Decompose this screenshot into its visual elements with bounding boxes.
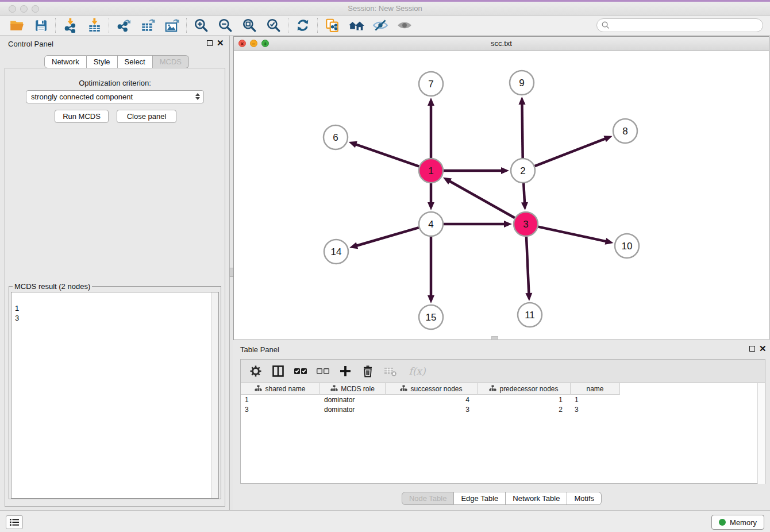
tab-select[interactable]: Select bbox=[118, 55, 153, 68]
export-table-icon[interactable] bbox=[136, 16, 160, 34]
cell-successor-nodes[interactable]: 4 bbox=[386, 395, 478, 405]
cell-predecessor-nodes[interactable]: 1 bbox=[478, 395, 571, 405]
chevron-up-down-icon bbox=[195, 93, 200, 100]
graph-node-label: 6 bbox=[333, 132, 338, 143]
table-scrollbar[interactable] bbox=[757, 383, 765, 484]
table-tabs: Node Table Edge Table Network Table Moti… bbox=[233, 492, 770, 505]
graph-node-label: 8 bbox=[622, 126, 627, 137]
graph-node-label: 1 bbox=[428, 165, 433, 176]
graph-edge-1-6[interactable] bbox=[355, 144, 419, 167]
graph-edge-3-11[interactable] bbox=[526, 237, 529, 295]
tree-icon bbox=[330, 385, 338, 393]
mcds-panel: Optimization criterion: strongly connect… bbox=[5, 68, 225, 507]
search-icon bbox=[602, 21, 610, 32]
tree-icon bbox=[255, 385, 262, 393]
zoom-out-icon[interactable] bbox=[213, 16, 237, 34]
graph-edge-arrowhead bbox=[428, 295, 434, 303]
graph-edge-arrowhead bbox=[428, 202, 434, 210]
network-view-title: scc.txt bbox=[234, 39, 769, 48]
import-network-icon[interactable] bbox=[58, 16, 82, 34]
column-header-shared-name[interactable]: shared name bbox=[241, 383, 320, 395]
mcds-result-scrollbar[interactable] bbox=[211, 292, 218, 498]
graph-edge-4-14[interactable] bbox=[356, 228, 419, 246]
memory-button[interactable]: Memory bbox=[711, 515, 764, 530]
graph-node-label: 4 bbox=[428, 219, 433, 230]
export-network-icon[interactable] bbox=[111, 16, 136, 34]
graph-edge-arrowhead bbox=[501, 167, 509, 174]
graph-edge-arrowhead bbox=[603, 136, 612, 142]
home-icon[interactable] bbox=[344, 16, 368, 34]
import-table-icon[interactable] bbox=[82, 16, 106, 34]
graph-edge-2-8[interactable] bbox=[535, 138, 607, 166]
graph-edge-2-3[interactable] bbox=[523, 183, 525, 204]
tab-node-table[interactable]: Node Table bbox=[402, 492, 455, 505]
hide-selected-icon[interactable] bbox=[368, 16, 392, 34]
table-body: 1 dominator 4 1 1 3 dominator 3 2 3 bbox=[241, 395, 620, 415]
apply-function-button: f(x) bbox=[406, 364, 429, 378]
cell-mcds-role[interactable]: dominator bbox=[320, 395, 386, 405]
cell-shared-name[interactable]: 3 bbox=[241, 405, 320, 415]
graph-node-label: 7 bbox=[428, 79, 433, 90]
table-panel-float-button[interactable] bbox=[749, 346, 755, 352]
select-all-columns-icon[interactable] bbox=[294, 364, 307, 378]
table-toolbar: f(x) bbox=[241, 360, 765, 383]
run-mcds-button[interactable]: Run MCDS bbox=[55, 110, 109, 123]
control-panel-title: Control Panel bbox=[8, 40, 53, 48]
tab-style[interactable]: Style bbox=[87, 55, 118, 68]
close-panel-button[interactable]: Close panel bbox=[117, 110, 176, 123]
mcds-result-title: MCDS result (2 nodes) bbox=[13, 282, 92, 291]
column-header-mcds-role[interactable]: MCDS role bbox=[320, 383, 386, 395]
zoom-in-icon[interactable] bbox=[189, 16, 213, 34]
graph-node-label: 14 bbox=[331, 246, 342, 257]
graph-edge-2-9[interactable] bbox=[522, 103, 522, 158]
cell-name[interactable]: 1 bbox=[571, 395, 620, 405]
control-panel-float-button[interactable] bbox=[207, 40, 213, 46]
tab-motifs[interactable]: Motifs bbox=[567, 492, 602, 505]
table-panel-close-icon[interactable]: ✕ bbox=[759, 344, 767, 354]
table-row[interactable]: 3 dominator 3 2 3 bbox=[241, 405, 620, 415]
column-header-successor-nodes[interactable]: successor nodes bbox=[386, 383, 478, 395]
table-header-row: shared name MCDS role successor nodes pr… bbox=[241, 383, 620, 395]
task-history-button[interactable] bbox=[6, 515, 23, 529]
table-options-icon[interactable] bbox=[249, 364, 263, 378]
cell-mcds-role[interactable]: dominator bbox=[320, 405, 386, 415]
graph-node-label: 9 bbox=[519, 78, 524, 88]
tab-edge-table[interactable]: Edge Table bbox=[454, 492, 506, 505]
table-panel-header: Table Panel ✕ bbox=[233, 340, 770, 356]
network-canvas[interactable]: 7968124314101511 bbox=[234, 51, 769, 340]
export-image-icon[interactable] bbox=[160, 16, 184, 34]
duplicate-network-icon[interactable] bbox=[320, 16, 344, 34]
control-panel-close-icon[interactable]: ✕ bbox=[217, 38, 224, 48]
tab-network-table[interactable]: Network Table bbox=[506, 492, 567, 505]
graph-edge-3-1[interactable] bbox=[448, 180, 514, 218]
insert-column-icon[interactable] bbox=[271, 364, 285, 378]
open-session-icon[interactable] bbox=[5, 16, 29, 34]
add-row-icon[interactable] bbox=[338, 364, 352, 378]
column-header-predecessor-nodes[interactable]: predecessor nodes bbox=[478, 383, 571, 395]
save-session-icon[interactable] bbox=[29, 16, 53, 34]
table-row[interactable]: 1 dominator 4 1 1 bbox=[241, 395, 620, 405]
control-panel-header: Control Panel ✕ bbox=[0, 36, 229, 52]
control-panel-tabs: Network Style Select MCDS bbox=[44, 55, 189, 68]
cell-predecessor-nodes[interactable]: 2 bbox=[478, 405, 571, 415]
cell-successor-nodes[interactable]: 3 bbox=[386, 405, 478, 415]
delete-row-icon[interactable] bbox=[361, 364, 375, 378]
show-all-icon[interactable] bbox=[392, 16, 417, 34]
tab-network[interactable]: Network bbox=[44, 55, 87, 68]
mcds-result-group: MCDS result (2 nodes) 1 3 bbox=[9, 282, 221, 499]
refresh-icon[interactable] bbox=[291, 16, 315, 34]
cell-shared-name[interactable]: 1 bbox=[241, 395, 320, 405]
unselect-all-columns-icon[interactable] bbox=[316, 364, 330, 378]
horizontal-splitter-handle[interactable] bbox=[491, 336, 498, 340]
zoom-selected-icon[interactable] bbox=[261, 16, 286, 34]
cell-name[interactable]: 3 bbox=[571, 405, 620, 415]
zoom-fit-icon[interactable] bbox=[237, 16, 261, 34]
search-input[interactable] bbox=[596, 18, 763, 32]
memory-status-icon bbox=[719, 519, 726, 526]
tab-mcds[interactable]: MCDS bbox=[153, 55, 189, 68]
column-header-name[interactable]: name bbox=[571, 383, 620, 395]
mcds-result-list[interactable]: 1 3 bbox=[11, 292, 219, 499]
criterion-dropdown[interactable]: strongly connected component bbox=[26, 90, 204, 103]
graph-edge-3-10[interactable] bbox=[538, 227, 607, 242]
graph-edge-arrowhead bbox=[518, 97, 525, 105]
